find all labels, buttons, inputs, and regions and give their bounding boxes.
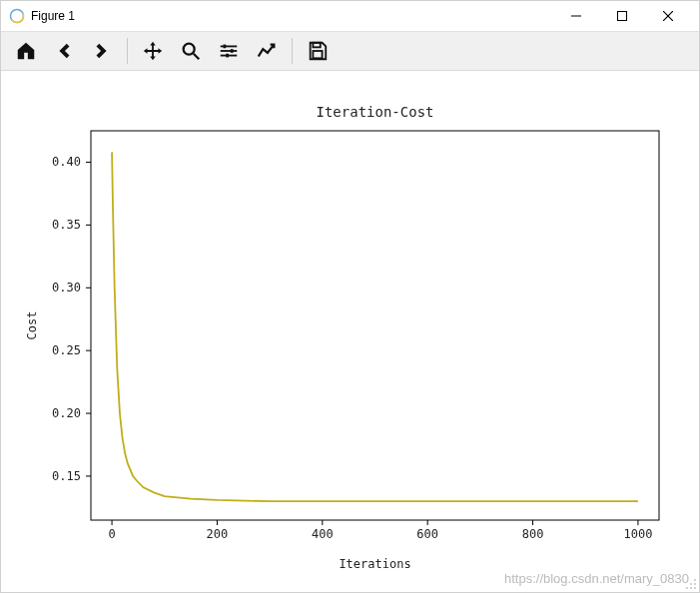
chart-title: Iteration-Cost bbox=[316, 104, 433, 120]
x-tick-label: 0 bbox=[108, 527, 115, 541]
titlebar: Figure 1 bbox=[1, 1, 699, 31]
chart: Iteration-Cost020040060080010000.150.200… bbox=[1, 71, 699, 580]
svg-rect-11 bbox=[224, 45, 227, 49]
app-icon bbox=[9, 8, 25, 24]
svg-point-33 bbox=[686, 587, 688, 589]
svg-point-31 bbox=[690, 583, 692, 585]
x-tick-label: 600 bbox=[416, 527, 438, 541]
save-button[interactable] bbox=[299, 34, 337, 68]
resize-grip-icon[interactable] bbox=[685, 578, 697, 590]
maximize-button[interactable] bbox=[599, 1, 645, 31]
toolbar bbox=[1, 31, 699, 71]
svg-line-7 bbox=[194, 54, 200, 60]
y-tick-label: 0.30 bbox=[52, 281, 81, 295]
x-tick-label: 1000 bbox=[623, 527, 652, 541]
toolbar-separator bbox=[127, 38, 128, 64]
y-tick-label: 0.35 bbox=[52, 218, 81, 232]
x-tick-label: 800 bbox=[522, 527, 544, 541]
svg-rect-13 bbox=[226, 54, 229, 58]
svg-point-32 bbox=[690, 587, 692, 589]
svg-point-1 bbox=[9, 8, 25, 24]
back-button[interactable] bbox=[45, 34, 83, 68]
svg-point-30 bbox=[694, 587, 696, 589]
window-title: Figure 1 bbox=[31, 9, 75, 23]
svg-rect-15 bbox=[313, 51, 322, 58]
close-button[interactable] bbox=[645, 1, 691, 31]
y-tick-label: 0.40 bbox=[52, 155, 81, 169]
y-axis: 0.150.200.250.300.350.40 bbox=[52, 155, 91, 483]
svg-point-28 bbox=[694, 579, 696, 581]
x-axis-label: Iterations bbox=[339, 557, 410, 571]
subplots-button[interactable] bbox=[210, 34, 248, 68]
y-tick-label: 0.15 bbox=[52, 469, 81, 483]
zoom-button[interactable] bbox=[172, 34, 210, 68]
y-tick-label: 0.20 bbox=[52, 406, 81, 420]
minimize-button[interactable] bbox=[553, 1, 599, 31]
y-axis-label: Cost bbox=[25, 311, 39, 340]
edit-button[interactable] bbox=[248, 34, 286, 68]
series-line bbox=[112, 152, 638, 501]
svg-rect-3 bbox=[618, 12, 627, 21]
forward-button[interactable] bbox=[83, 34, 121, 68]
home-button[interactable] bbox=[7, 34, 45, 68]
svg-rect-14 bbox=[313, 43, 320, 48]
svg-point-29 bbox=[694, 583, 696, 585]
x-tick-label: 200 bbox=[207, 527, 229, 541]
toolbar-separator bbox=[292, 38, 293, 64]
y-tick-label: 0.25 bbox=[52, 343, 81, 357]
svg-rect-12 bbox=[231, 49, 234, 53]
pan-button[interactable] bbox=[134, 34, 172, 68]
svg-point-6 bbox=[184, 44, 195, 55]
x-tick-label: 400 bbox=[312, 527, 334, 541]
x-axis: 02004006008001000 bbox=[108, 520, 652, 541]
plot-area: Iteration-Cost020040060080010000.150.200… bbox=[1, 71, 699, 592]
axes-border bbox=[91, 131, 659, 520]
